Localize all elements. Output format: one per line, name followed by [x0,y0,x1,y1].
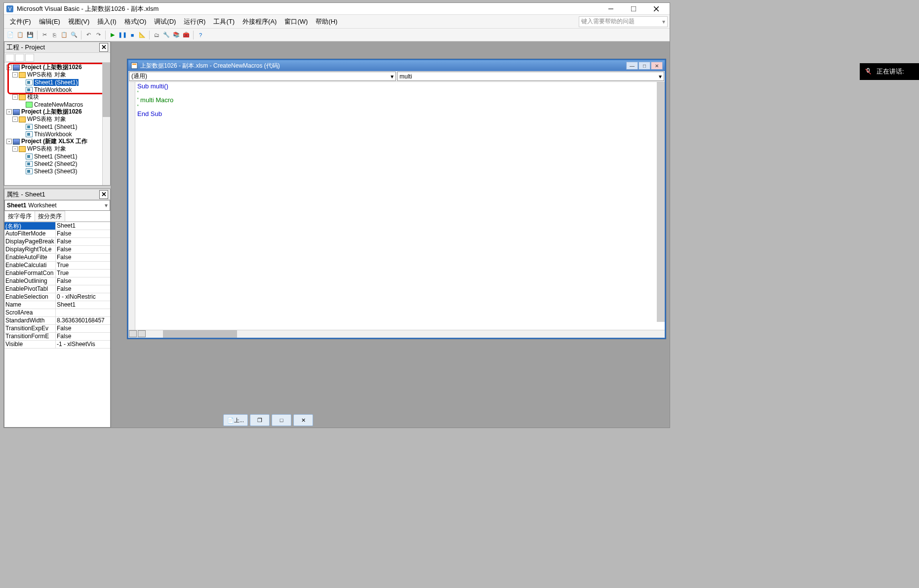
toolbox-icon[interactable]: 🧰 [182,31,191,39]
code-window-minimize-button[interactable]: — [626,62,638,70]
tree-item[interactable]: Sheet1 (Sheet1) [5,78,109,86]
property-row[interactable]: TransitionFormEFalse [4,333,110,341]
property-value[interactable]: True [56,270,110,277]
project-explorer-icon[interactable]: 🗂 [152,31,161,39]
tree-expand-icon[interactable]: - [12,94,18,100]
code-horizontal-scrollbar[interactable] [148,330,665,338]
copy-icon[interactable]: ⎘ [50,31,59,39]
tree-item[interactable]: Sheet1 (Sheet1) [5,153,109,160]
menu-insert[interactable]: 插入(I) [93,15,120,28]
view-object-button[interactable] [15,54,24,62]
menu-help[interactable]: 帮助(H) [312,15,341,28]
menu-addins[interactable]: 外接程序(A) [239,15,280,28]
menu-debug[interactable]: 调试(D) [150,15,180,28]
tree-item[interactable]: -WPS表格 对象 [5,116,109,123]
tree-item[interactable]: -Project (上架数据1026 [5,108,109,116]
property-row[interactable]: DisplayRightToLeFalse [4,246,110,254]
redo-icon[interactable]: ↷ [94,31,103,39]
menu-window[interactable]: 窗口(W) [280,15,312,28]
tree-item[interactable]: Sheet3 (Sheet3) [5,167,109,175]
menu-format[interactable]: 格式(O) [120,15,151,28]
menu-run[interactable]: 运行(R) [180,15,209,28]
property-row[interactable]: (名称)Sheet1 [4,222,110,230]
mdi-restore-button[interactable]: ❐ [250,414,270,426]
design-mode-icon[interactable]: 📐 [138,31,147,39]
save-icon[interactable]: 💾 [26,31,35,39]
tree-item[interactable]: ThisWorkbook [5,86,109,93]
code-window-maximize-button[interactable]: □ [639,62,650,70]
menu-tools[interactable]: 工具(T) [209,15,239,28]
project-tree-scrollbar[interactable] [102,63,110,185]
tree-item[interactable]: -WPS表格 对象 [5,145,109,153]
tree-item[interactable]: Sheet1 (Sheet1) [5,123,109,130]
code-vertical-scrollbar[interactable] [657,82,665,322]
code-window-close-button[interactable]: ✕ [651,62,663,70]
project-panel-close-button[interactable]: ✕ [99,43,108,52]
tree-expand-icon[interactable]: - [6,65,12,70]
view-code-icon[interactable]: 📄 [6,31,15,39]
menu-edit[interactable]: 编辑(E) [35,15,64,28]
find-icon[interactable]: 🔍 [70,31,79,39]
property-value[interactable]: False [56,325,110,332]
object-dropdown[interactable]: (通用) ▾ [129,72,396,81]
property-value[interactable]: Sheet1 [56,301,110,309]
property-value[interactable]: False [56,333,110,340]
help-search-box[interactable]: 键入需要帮助的问题 ▾ [579,16,668,27]
cut-icon[interactable]: ✂ [40,31,49,39]
property-row[interactable]: EnableOutliningFalse [4,277,110,285]
tree-item[interactable]: Sheet2 (Sheet2) [5,160,109,167]
property-row[interactable]: NameSheet1 [4,301,110,309]
close-button[interactable] [645,3,668,15]
toggle-folders-button[interactable] [25,54,34,62]
property-row[interactable]: StandardWidth8.3636360168457 [4,317,110,325]
properties-grid[interactable]: (名称)Sheet1AutoFilterModeFalseDisplayPage… [4,222,110,427]
object-browser-icon[interactable]: 📚 [172,31,181,39]
mdi-task-item[interactable]: 📄 上... [223,414,248,426]
tree-item[interactable]: ThisWorkbook [5,130,109,138]
property-row[interactable]: EnableSelection0 - xlNoRestric [4,293,110,301]
property-value[interactable]: Sheet1 [56,222,110,230]
insert-icon[interactable]: 📋 [16,31,25,39]
properties-object-selector[interactable]: Sheet1 Worksheet ▾ [4,200,110,211]
tree-item[interactable]: -Project (新建 XLSX 工作 [5,138,109,145]
procedure-dropdown[interactable]: multi ▾ [397,72,664,81]
maximize-button[interactable] [622,3,645,15]
property-value[interactable]: False [56,254,110,261]
mdi-maximize-button[interactable]: □ [272,414,291,426]
property-value[interactable]: True [56,262,110,269]
property-row[interactable]: DisplayPageBreakFalse [4,238,110,246]
break-icon[interactable]: ❚❚ [118,31,127,39]
property-row[interactable]: EnableAutoFilteFalse [4,254,110,262]
property-value[interactable]: False [56,238,110,245]
property-value[interactable] [56,309,110,316]
help-icon[interactable]: ? [196,31,205,39]
run-icon[interactable]: ▶ [108,31,117,39]
property-row[interactable]: EnablePivotTablFalse [4,285,110,293]
property-value[interactable]: False [56,246,110,253]
menu-file[interactable]: 文件(F) [6,15,35,28]
property-value[interactable]: -1 - xlSheetVis [56,341,110,348]
tree-expand-icon[interactable]: - [6,109,12,115]
code-window-title-bar[interactable]: 上架数据1026 - 副本.xlsm - CreateNewMacros (代码… [128,60,665,71]
paste-icon[interactable]: 📋 [60,31,69,39]
tree-item[interactable]: -WPS表格 对象 [5,71,109,78]
property-value[interactable]: 8.3636360168457 [56,317,110,324]
tree-expand-icon[interactable]: - [12,146,18,152]
property-value[interactable]: False [56,285,110,293]
tab-categorized[interactable]: 按分类序 [35,211,65,221]
project-tree[interactable]: -Project (上架数据1026-WPS表格 对象Sheet1 (Sheet… [4,63,110,185]
property-row[interactable]: Visible-1 - xlSheetVis [4,341,110,349]
property-row[interactable]: ScrollArea [4,309,110,317]
property-row[interactable]: TransitionExpEvFalse [4,325,110,333]
property-row[interactable]: EnableFormatConTrue [4,270,110,277]
code-editor[interactable]: Sub multi() ' ' multi Macro ' End Sub [135,82,665,330]
tree-expand-icon[interactable]: - [12,72,18,78]
view-code-button[interactable] [5,54,14,62]
tab-alphabetic[interactable]: 按字母序 [4,211,35,221]
mdi-close-button[interactable]: ✕ [293,414,313,426]
reset-icon[interactable]: ■ [128,31,137,39]
properties-panel-close-button[interactable]: ✕ [99,190,108,199]
procedure-view-button[interactable] [129,330,137,337]
undo-icon[interactable]: ↶ [84,31,93,39]
tree-expand-icon[interactable]: - [6,139,12,144]
